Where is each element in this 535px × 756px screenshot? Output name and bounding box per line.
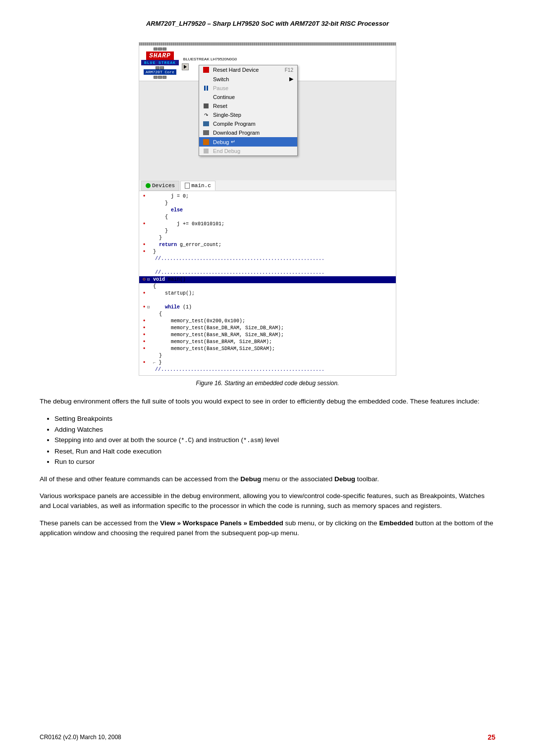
submenu-arrow-icon: ▶ (289, 76, 293, 82)
menu-shortcut-reset-hard: F12 (285, 67, 293, 73)
pause-icon (202, 85, 210, 92)
code-line-empty2 (139, 297, 396, 304)
menu-label-reset-hard: Reset Hard Device (213, 67, 259, 73)
code-line-mem3: • memory_test(Base_NB_RAM, Size_NB_RAM); (139, 332, 396, 339)
code-line-empty1 (139, 262, 396, 269)
bullet-item-4: Reset, Run and Halt code execution (54, 446, 495, 457)
menu-label-debug: Debug (213, 139, 229, 145)
code-line-mem1: • memory_test(0x200,0x100); (139, 318, 396, 325)
menu-item-pause: Pause (199, 84, 297, 93)
page-footer: CR0162 (v2.0) March 10, 2008 25 (40, 733, 495, 741)
debug-icon (202, 139, 210, 146)
menu-item-debug[interactable]: Debug ↵ (199, 137, 297, 147)
code-line-mem5: • memory_test(Base_SDRAM,Size_SDRAM); (139, 346, 396, 353)
device-label: BLUESTREAK LH79520N0G0 (182, 56, 239, 62)
devices-icon (146, 183, 151, 188)
tab-mainc[interactable]: main.c (180, 181, 215, 191)
bluestreak-text: BLUE STREAK (141, 60, 179, 65)
context-menu[interactable]: Reset Hard Device F12 Switch ▶ Pause Con… (199, 65, 298, 156)
menu-label-switch: Switch (213, 76, 229, 82)
ide-screenshot: SHARP BLUE STREAK ARM720T Core BLUESTREA… (139, 42, 396, 376)
menu-label-download: Download Program (213, 130, 260, 136)
code-line-while: • ⊟ while (1) (139, 304, 396, 311)
tab-mainc-label: main.c (191, 183, 211, 189)
tab-bar: Devices main.c (139, 180, 396, 191)
body-paragraph-2: All of these and other feature commands … (40, 474, 495, 484)
body-paragraph-3: Various workspace panels are accessible … (40, 491, 495, 511)
feature-list: Setting Breakpoints Adding Watches Stepp… (54, 413, 495, 467)
menu-item-end-debug: End Debug (199, 147, 297, 155)
menu-label-reset: Reset (213, 103, 227, 109)
code-line-brace-open: { (139, 283, 396, 290)
menu-label-end-debug: End Debug (213, 148, 240, 154)
step-icon: ↷ (202, 111, 210, 118)
menu-item-switch[interactable]: Switch ▶ (199, 74, 297, 84)
body-paragraph-1: The debug environment offers the full su… (40, 397, 495, 406)
end-debug-icon (202, 148, 210, 154)
code-line-7: } (139, 235, 396, 242)
bullet-item-5: Run to cursor (54, 456, 495, 467)
breakpoint-mem1: • (141, 318, 147, 325)
menu-label-continue: Continue (213, 94, 235, 100)
code-line-5: • j += 0x01010101; (139, 221, 396, 228)
bullet-item-3: Stepping into and over at both the sourc… (54, 435, 495, 446)
code-line-while-close: } (139, 353, 396, 359)
breakpoint-mem4: • (141, 339, 147, 346)
menu-item-download[interactable]: Download Program (199, 128, 297, 137)
page-icon (185, 183, 190, 189)
page-number: 25 (487, 733, 495, 741)
figure-caption: Figure 16. Starting an embedded code deb… (40, 380, 495, 387)
code-line-main-close: • ⌐ } (139, 359, 396, 366)
menu-label-compile: Compile Program (213, 121, 256, 127)
menu-item-reset-hard[interactable]: Reset Hard Device F12 (199, 65, 297, 74)
code-line-main: ⊙ ⊟ void main() (139, 276, 396, 283)
compile-icon (202, 120, 210, 127)
tab-devices-label: Devices (152, 183, 175, 189)
header-title: ARM720T_LH79520 – Sharp LH79520 SoC with… (146, 20, 389, 27)
code-line-dots2: //......................................… (139, 269, 396, 276)
breakpoint-9: • (141, 249, 147, 255)
download-icon (202, 129, 210, 136)
code-line-mem4: • memory_test(Base_BRAM, Size_BRAM); (139, 339, 396, 346)
code-line-6: } (139, 228, 396, 235)
sharp-text: SHARP (146, 51, 174, 60)
menu-item-reset[interactable]: Reset (199, 101, 297, 110)
bullet-item-2: Adding Watches (54, 424, 495, 435)
code-line-8: • return g_error_count; (139, 242, 396, 249)
breakpoint-main-close: • (141, 359, 147, 366)
breakpoint-1: • (141, 193, 147, 200)
breakpoint-8: • (141, 242, 147, 249)
reset-icon (202, 102, 210, 109)
breakpoint-mem2: • (141, 325, 147, 332)
code-line-4: { (139, 214, 396, 221)
code-line-startup: • startup(); (139, 290, 396, 297)
breakpoint-startup: • (141, 290, 147, 297)
breakpoint-while: • (141, 304, 147, 311)
page-header: ARM720T_LH79520 – Sharp LH79520 SoC with… (40, 20, 495, 27)
code-line-1: • j = 0; (139, 193, 396, 200)
menu-label-pause: Pause (213, 85, 228, 91)
bullet-item-1: Setting Breakpoints (54, 413, 495, 424)
menu-item-compile[interactable]: Compile Program (199, 119, 297, 128)
code-line-2: } (139, 200, 396, 207)
code-line-9: • } (139, 249, 396, 255)
code-line-3: else (139, 207, 396, 214)
arm720t-badge: ARM720T Core (144, 69, 176, 75)
code-line-dots3: //......................................… (139, 366, 396, 373)
body-paragraph-4: These panels can be accessed from the Vi… (40, 518, 495, 539)
tab-devices[interactable]: Devices (141, 181, 179, 191)
menu-label-single-step: Single-Step (213, 112, 241, 118)
footer-left: CR0162 (v2.0) March 10, 2008 (40, 734, 121, 741)
sharp-logo: SHARP BLUE STREAK ARM720T Core (141, 48, 179, 79)
code-area: • j = 0; } else { (139, 191, 396, 375)
code-line-dots1: //......................................… (139, 255, 396, 262)
code-line-while-open: { (139, 311, 396, 318)
code-line-mem2: • memory_test(Base_DB_RAM, Size_DB_RAM); (139, 325, 396, 332)
breakpoint-mem5: • (141, 346, 147, 353)
stop-icon (202, 66, 210, 73)
menu-item-single-step[interactable]: ↷ Single-Step (199, 110, 297, 119)
menu-item-continue[interactable]: Continue (199, 93, 297, 101)
breakpoint-5: • (141, 221, 147, 228)
debug-point-icon: ⊙ (141, 276, 147, 283)
breakpoint-mem3: • (141, 332, 147, 339)
